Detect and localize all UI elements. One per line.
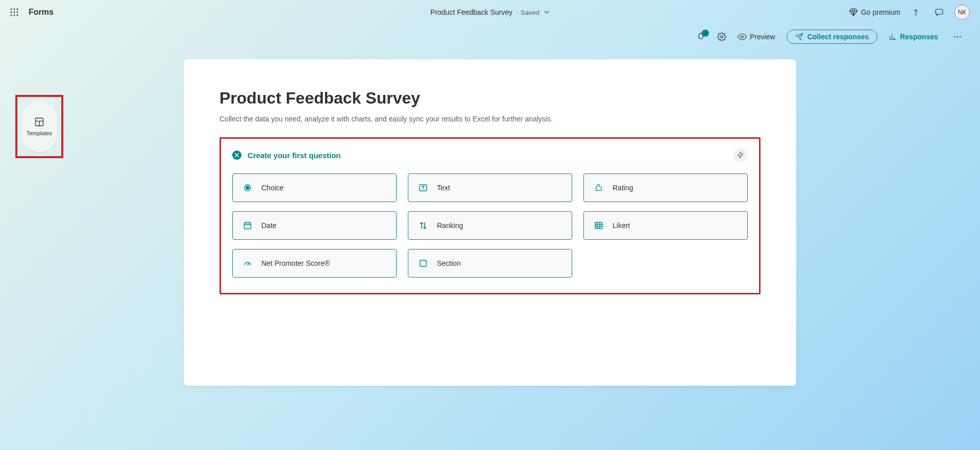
question-type-grid: Choice Text Rating <box>232 173 748 278</box>
svg-point-14 <box>954 36 955 37</box>
responses-label: Responses <box>900 33 938 41</box>
gear-icon <box>717 32 726 41</box>
type-nps-button[interactable]: Net Promoter Score® <box>232 249 397 278</box>
text-icon <box>419 183 428 192</box>
lightning-icon <box>737 152 744 159</box>
preview-label: Preview <box>750 33 775 41</box>
svg-point-6 <box>11 15 12 16</box>
calendar-icon <box>243 221 252 230</box>
document-title: Product Feedback Survey <box>430 8 512 16</box>
header-bar: Forms Product Feedback Survey Saved Go p… <box>0 0 980 24</box>
create-question-heading: Create your first question <box>248 151 341 160</box>
type-date-button[interactable]: Date <box>232 211 397 240</box>
copilot-button[interactable] <box>696 32 706 42</box>
templates-icon <box>34 117 44 127</box>
quick-suggest-button[interactable] <box>733 148 748 162</box>
type-choice-button[interactable]: Choice <box>232 173 397 202</box>
responses-button[interactable]: Responses <box>889 33 938 41</box>
svg-point-19 <box>246 186 249 189</box>
chart-icon <box>889 33 897 41</box>
help-button[interactable] <box>908 4 924 20</box>
svg-rect-21 <box>244 223 251 229</box>
go-premium-label: Go premium <box>861 8 900 16</box>
templates-highlight: Templates <box>15 95 63 158</box>
type-section-button[interactable]: Section <box>408 249 572 278</box>
svg-point-3 <box>11 12 12 13</box>
create-question-block: Create your first question Choice <box>219 137 761 294</box>
svg-point-12 <box>721 36 723 38</box>
gauge-icon <box>243 259 252 268</box>
app-name[interactable]: Forms <box>29 8 54 17</box>
feedback-button[interactable] <box>931 4 947 20</box>
thumbsup-icon <box>594 183 603 192</box>
type-label: Choice <box>261 184 284 192</box>
diamond-icon <box>849 8 858 17</box>
type-label: Date <box>261 221 277 230</box>
copilot-badge <box>702 30 709 37</box>
svg-point-7 <box>14 15 15 16</box>
type-label: Text <box>437 184 450 192</box>
avatar[interactable]: NK <box>954 5 970 20</box>
preview-button[interactable]: Preview <box>738 32 775 41</box>
svg-rect-22 <box>595 222 602 229</box>
toolbar: Preview Collect responses Responses <box>0 24 980 49</box>
close-create-panel-button[interactable] <box>232 151 241 160</box>
templates-button[interactable]: Templates <box>21 101 57 152</box>
canvas: Templates Product Feedback Survey Collec… <box>0 49 980 386</box>
waffle-icon <box>10 8 18 16</box>
create-question-header: Create your first question <box>232 148 748 162</box>
templates-label: Templates <box>27 130 52 136</box>
form-title[interactable]: Product Feedback Survey <box>219 89 761 108</box>
close-icon <box>234 153 239 158</box>
header-right: Go premium NK <box>849 4 976 20</box>
app-launcher-button[interactable] <box>4 2 24 22</box>
form-card: Product Feedback Survey Collect the data… <box>184 59 796 386</box>
type-label: Net Promoter Score® <box>261 259 330 267</box>
go-premium-button[interactable]: Go premium <box>849 8 900 17</box>
chat-icon <box>935 8 944 17</box>
svg-point-0 <box>11 9 12 10</box>
svg-point-5 <box>17 12 18 13</box>
type-ranking-button[interactable]: Ranking <box>408 211 572 240</box>
grid-icon <box>594 221 603 230</box>
type-label: Likert <box>612 221 630 230</box>
ranking-icon <box>419 221 428 230</box>
svg-point-4 <box>14 12 15 13</box>
send-icon <box>795 33 803 41</box>
chevron-down-icon <box>544 9 550 15</box>
settings-button[interactable] <box>717 32 726 41</box>
type-label: Rating <box>612 184 633 192</box>
question-icon <box>911 8 920 17</box>
svg-point-16 <box>960 36 961 37</box>
type-text-button[interactable]: Text <box>408 173 572 202</box>
save-status: Saved <box>517 9 540 16</box>
svg-point-13 <box>741 36 744 38</box>
radio-icon <box>243 183 252 192</box>
svg-point-2 <box>17 9 18 10</box>
type-label: Ranking <box>437 221 463 230</box>
type-likert-button[interactable]: Likert <box>583 211 748 240</box>
eye-icon <box>738 32 747 41</box>
svg-point-10 <box>915 14 916 15</box>
more-button[interactable] <box>949 29 966 45</box>
svg-rect-23 <box>420 260 426 266</box>
svg-point-1 <box>14 9 15 10</box>
svg-rect-11 <box>936 9 943 14</box>
document-title-group[interactable]: Product Feedback Survey Saved <box>430 8 550 16</box>
section-icon <box>419 259 428 268</box>
form-description[interactable]: Collect the data you need, analyze it wi… <box>219 115 761 123</box>
type-rating-button[interactable]: Rating <box>583 173 748 202</box>
more-horizontal-icon <box>953 32 962 41</box>
collect-label: Collect responses <box>807 33 869 41</box>
svg-point-8 <box>17 15 18 16</box>
svg-point-15 <box>957 36 958 37</box>
type-label: Section <box>437 259 461 267</box>
collect-responses-button[interactable]: Collect responses <box>787 30 878 44</box>
